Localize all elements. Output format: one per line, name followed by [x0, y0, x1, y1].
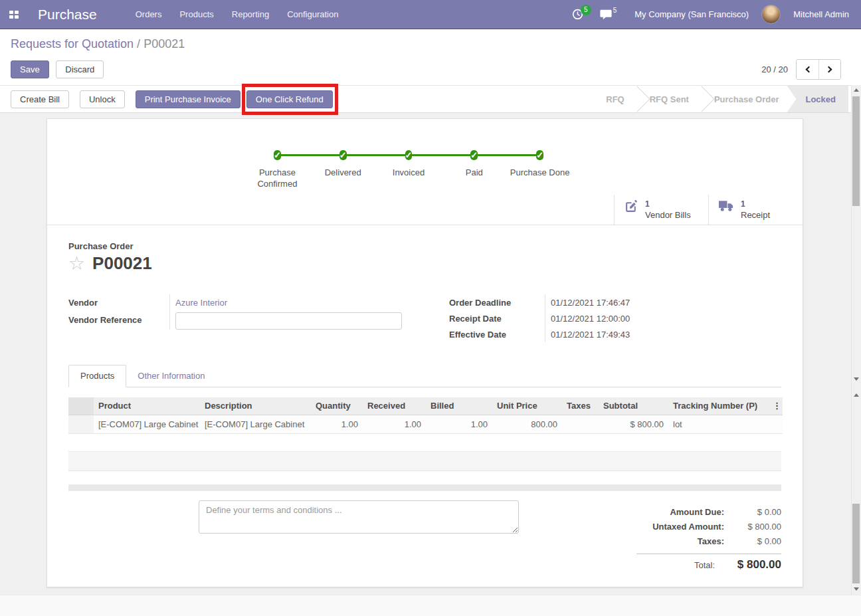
tab-products[interactable]: Products [68, 365, 126, 387]
create-bill-button[interactable]: Create Bill [11, 90, 69, 108]
step-label: Delivered [310, 167, 376, 178]
pager-previous-button[interactable] [797, 60, 818, 79]
tab-other-information[interactable]: Other Information [126, 365, 216, 387]
pager-next-button[interactable] [818, 60, 840, 79]
optional-columns-icon[interactable]: ⋮ [771, 397, 783, 415]
column-header-description[interactable]: Description [200, 397, 311, 415]
discard-button[interactable]: Discard [56, 60, 104, 78]
check-icon: ✓ [339, 150, 347, 160]
document-sheet: ✓ Purchase Confirmed ✓ Delivered ✓ Invoi… [47, 118, 803, 587]
chat-bubble-icon [600, 9, 612, 20]
receipt-stat-button[interactable]: 1 Receipt [708, 195, 803, 225]
cell-taxes[interactable] [562, 415, 599, 433]
column-header-billed[interactable]: Billed [426, 397, 492, 415]
receipt-date-value[interactable]: 01/12/2021 12:00:00 [551, 314, 630, 324]
step-paid: ✓ Paid [441, 148, 507, 189]
scroll-down-arrow-icon[interactable] [854, 377, 859, 381]
user-avatar[interactable] [761, 5, 781, 24]
messages-icon[interactable]: 5 [600, 9, 617, 20]
nav-menu-products[interactable]: Products [179, 9, 213, 19]
top-navbar: Purchase Orders Products Reporting Confi… [0, 0, 861, 29]
untaxed-amount-value: $ 800.00 [724, 522, 781, 532]
vendor-value-link[interactable]: Azure Interior [175, 298, 227, 308]
activity-count-badge: 5 [581, 5, 591, 15]
cell-unit-price[interactable]: 800.00 [492, 415, 562, 433]
receipt-count: 1 [741, 199, 770, 209]
nav-menu-orders[interactable]: Orders [136, 9, 162, 19]
vendor-bills-stat-button[interactable]: 1 Vendor Bills [614, 195, 708, 225]
total-label: Total: [694, 560, 715, 570]
totals-divider [636, 554, 781, 554]
cell-tracking-number[interactable]: lot [668, 415, 771, 433]
cell-quantity[interactable]: 1.00 [311, 415, 363, 433]
order-lines-table: Product Description Quantity Received Bi… [68, 397, 783, 434]
order-deadline-value[interactable]: 01/12/2021 17:46:47 [551, 298, 630, 308]
breadcrumb-parent-link[interactable]: Requests for Quotation [11, 37, 134, 51]
column-header-taxes[interactable]: Taxes [562, 397, 599, 415]
step-label: Invoiced [376, 167, 442, 178]
row-handle[interactable] [68, 415, 94, 433]
amount-due-label: Amount Due: [670, 507, 724, 517]
order-line-row[interactable]: [E-COM07] Large Cabinet [E-COM07] Large … [68, 415, 783, 433]
cell-description[interactable]: [E-COM07] Large Cabinet [200, 415, 311, 433]
app-name[interactable]: Purchase [38, 7, 97, 23]
step-label: Purchase Done [507, 167, 573, 178]
save-button[interactable]: Save [11, 60, 49, 78]
nav-menu-reporting[interactable]: Reporting [232, 9, 269, 19]
control-panel: Requests for Quotation / P00021 Save Dis… [0, 29, 861, 85]
column-header-unit-price[interactable]: Unit Price [492, 397, 562, 415]
scroll-down-arrow-icon[interactable] [854, 587, 859, 591]
check-icon: ✓ [274, 150, 281, 160]
company-switcher[interactable]: My Company (San Francisco) [634, 9, 749, 19]
column-header-tracking-number[interactable]: Tracking Number (P) [668, 397, 771, 415]
effective-date-value[interactable]: 01/12/2021 17:49:43 [551, 330, 630, 340]
user-menu[interactable]: Mitchell Admin [793, 9, 849, 19]
breadcrumb: Requests for Quotation / P00021 [11, 37, 850, 53]
empty-section-band [68, 451, 781, 471]
cell-subtotal[interactable]: $ 800.00 [599, 415, 668, 433]
one-click-refund-button[interactable]: One Click Refund [246, 90, 333, 108]
check-icon: ✓ [536, 150, 543, 160]
status-pipeline: RFQ RFQ Sent Purchase Order Locked [593, 86, 848, 112]
scrollbar-thumb[interactable] [852, 96, 860, 206]
vendor-reference-input[interactable] [175, 312, 402, 330]
pager-counter: 20 / 20 [761, 64, 788, 74]
step-delivered: ✓ Delivered [310, 148, 376, 189]
breadcrumb-current: P00021 [144, 37, 185, 51]
chevron-right-icon [826, 66, 832, 73]
table-header-row: Product Description Quantity Received Bi… [68, 397, 783, 415]
truck-icon [718, 199, 735, 213]
column-header-received[interactable]: Received [363, 397, 426, 415]
receipt-date-field-label: Receipt Date [449, 310, 545, 326]
vendor-reference-field-label: Vendor Reference [68, 310, 170, 330]
unlock-button[interactable]: Unlock [80, 90, 125, 108]
form-view: ✓ Purchase Confirmed ✓ Delivered ✓ Invoi… [0, 113, 861, 587]
scrollbar-thumb[interactable] [852, 504, 860, 583]
column-header-quantity[interactable]: Quantity [311, 397, 363, 415]
vendor-field-label: Vendor [68, 294, 170, 310]
cell-billed[interactable]: 1.00 [426, 415, 492, 433]
activities-icon[interactable]: 5 [572, 9, 583, 20]
terms-and-conditions-textarea[interactable] [199, 500, 519, 534]
print-purchase-invoice-button[interactable]: Print Purchase Invoice [136, 90, 240, 108]
handle-column-header [68, 397, 94, 415]
notebook-tabs: Products Other Information [68, 365, 781, 387]
amount-due-value: $ 0.00 [724, 507, 781, 517]
scroll-up-arrow-icon[interactable] [854, 393, 859, 397]
cell-product[interactable]: [E-COM07] Large Cabinet [94, 415, 200, 433]
cell-options [771, 415, 783, 433]
favorite-star-icon[interactable]: ☆ [68, 255, 85, 272]
apps-grid-icon[interactable] [9, 11, 19, 19]
total-value: $ 800.00 [715, 558, 781, 571]
step-label: Paid [441, 167, 507, 178]
column-header-subtotal[interactable]: Subtotal [599, 397, 668, 415]
column-header-product[interactable]: Product [94, 397, 200, 415]
scroll-up-arrow-icon[interactable] [854, 88, 859, 92]
cell-received[interactable]: 1.00 [363, 415, 426, 433]
stat-buttons: 1 Vendor Bills 1 Receipt [47, 195, 803, 225]
nav-menu-configuration[interactable]: Configuration [287, 9, 338, 19]
record-name: P00021 [92, 253, 152, 274]
statusbar-buttons-row: Create Bill Unlock Print Purchase Invoic… [0, 85, 861, 113]
separator-band [68, 484, 781, 491]
effective-date-field-label: Effective Date [449, 326, 545, 342]
